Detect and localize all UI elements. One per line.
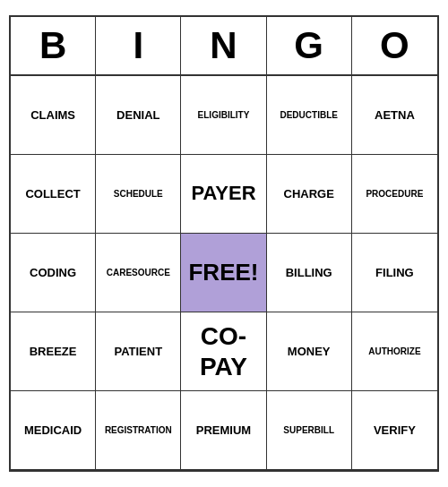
bingo-cell-17: CO-PAY bbox=[181, 312, 266, 391]
bingo-cell-2: ELIGIBILITY bbox=[181, 76, 266, 155]
bingo-cell-22: PREMIUM bbox=[181, 391, 266, 470]
bingo-cell-11: CARESOURCE bbox=[96, 234, 181, 312]
bingo-cell-20: MEDICAID bbox=[11, 391, 96, 470]
bingo-cell-12: FREE! bbox=[181, 234, 266, 312]
bingo-cell-7: PAYER bbox=[181, 155, 266, 234]
bingo-cell-6: SCHEDULE bbox=[96, 155, 181, 234]
bingo-cell-0: CLAIMS bbox=[11, 76, 96, 155]
bingo-cell-9: PROCEDURE bbox=[352, 155, 437, 234]
bingo-letter-O: O bbox=[352, 17, 437, 74]
bingo-cell-5: COLLECT bbox=[11, 155, 96, 234]
bingo-cell-24: VERIFY bbox=[352, 391, 437, 470]
bingo-cell-13: BILLING bbox=[267, 234, 352, 312]
bingo-cell-18: MONEY bbox=[267, 312, 352, 391]
bingo-cell-3: DEDUCTIBLE bbox=[267, 76, 352, 155]
bingo-cell-14: FILING bbox=[352, 234, 437, 312]
bingo-cell-19: AUTHORIZE bbox=[352, 312, 437, 391]
bingo-cell-4: AETNA bbox=[352, 76, 437, 155]
bingo-card: BINGO CLAIMSDENIALELIGIBILITYDEDUCTIBLEA… bbox=[9, 15, 439, 472]
bingo-letter-G: G bbox=[267, 17, 352, 74]
bingo-letter-B: B bbox=[11, 17, 96, 74]
bingo-cell-23: SUPERBILL bbox=[267, 391, 352, 470]
bingo-cell-21: REGISTRATION bbox=[96, 391, 181, 470]
bingo-letter-I: I bbox=[96, 17, 181, 74]
bingo-cell-1: DENIAL bbox=[96, 76, 181, 155]
bingo-grid: CLAIMSDENIALELIGIBILITYDEDUCTIBLEAETNACO… bbox=[11, 76, 437, 470]
bingo-cell-16: PATIENT bbox=[96, 312, 181, 391]
bingo-header: BINGO bbox=[11, 17, 437, 76]
bingo-letter-N: N bbox=[181, 17, 266, 74]
bingo-cell-10: CODING bbox=[11, 234, 96, 312]
bingo-cell-15: BREEZE bbox=[11, 312, 96, 391]
bingo-cell-8: CHARGE bbox=[267, 155, 352, 234]
